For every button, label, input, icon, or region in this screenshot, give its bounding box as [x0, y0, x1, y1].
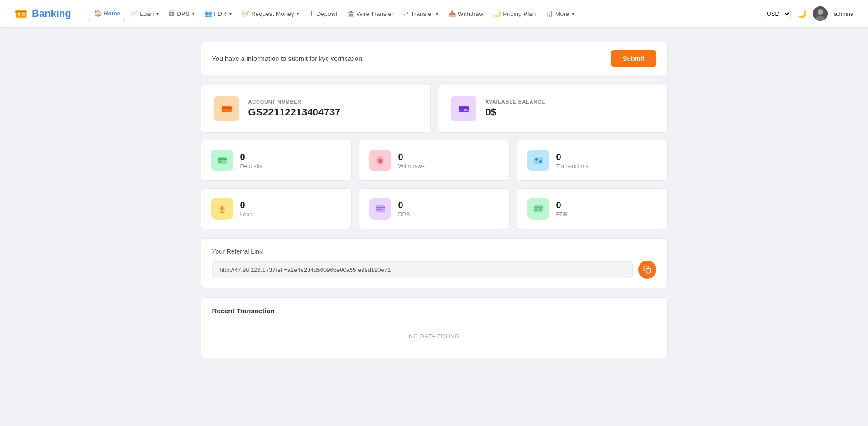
- svg-rect-12: [227, 110, 228, 110]
- svg-rect-25: [376, 205, 385, 212]
- dark-mode-icon[interactable]: 🌙: [797, 9, 807, 19]
- account-number-icon: [214, 96, 239, 121]
- stat-info-dps: 0 DPS: [398, 200, 410, 218]
- chevron-down-icon: ▾: [297, 11, 299, 16]
- balance-info: AVAILABLE BALANCE 0$: [486, 99, 546, 118]
- stat-card-withdraws: $ 0 Withdraws: [359, 140, 510, 181]
- dps-label: DPS: [398, 211, 410, 218]
- svg-rect-19: [218, 158, 227, 160]
- kyc-banner: You have a information to submit for kyc…: [201, 42, 668, 75]
- svg-rect-2: [18, 12, 20, 15]
- home-icon: 🏠: [94, 10, 102, 17]
- stat-card-dps: 0 DPS: [359, 188, 510, 229]
- account-number-info: ACCOUNT NUMBER GS22112213404737: [248, 99, 341, 118]
- brand-name: Banking: [32, 8, 71, 20]
- dps-icon: 🏛: [169, 10, 175, 17]
- withdraw-icon: 📤: [448, 10, 456, 17]
- svg-rect-13: [229, 110, 231, 110]
- nav-item-wire-transfer[interactable]: 🏦 Wire Transfer: [342, 7, 398, 20]
- stat-card-transactions: 0 Transactions: [517, 140, 668, 181]
- chevron-down-icon: ▾: [229, 11, 232, 16]
- copy-referral-button[interactable]: [638, 261, 656, 279]
- loan-stat-icon: $: [211, 198, 233, 220]
- recent-transactions-section: Recent Transaction NO DATA FOUND: [201, 297, 668, 358]
- nav-item-transfer[interactable]: ⇄ Transfer ▾: [399, 7, 443, 20]
- transactions-count: 0: [556, 152, 589, 162]
- svg-rect-15: [459, 107, 469, 109]
- balance-label: AVAILABLE BALANCE: [486, 99, 546, 105]
- dps-stat-icon: [369, 198, 391, 220]
- balance-icon: [451, 96, 476, 121]
- account-number-value: GS22112213404737: [248, 106, 341, 118]
- transfer-icon: ⇄: [403, 10, 409, 17]
- referral-link-row: [212, 261, 656, 279]
- no-data-message: NO DATA FOUND: [212, 324, 656, 349]
- request-money-icon: 📝: [242, 10, 249, 17]
- wire-transfer-icon: 🏦: [347, 10, 355, 17]
- svg-rect-3: [22, 12, 25, 14]
- referral-link-input[interactable]: [212, 261, 633, 278]
- svg-rect-33: [646, 269, 650, 273]
- main-content: You have a information to submit for kyc…: [193, 42, 675, 358]
- kyc-message: You have a information to submit for kyc…: [212, 55, 364, 62]
- fdr-count: 0: [556, 200, 568, 210]
- stat-card-deposits: 0 Deposits: [201, 140, 352, 181]
- fdr-label: FDR: [556, 211, 568, 218]
- svg-text:$: $: [378, 157, 382, 164]
- transactions-icon: [527, 150, 549, 171]
- stat-info-withdraws: 0 Withdraws: [398, 152, 425, 170]
- account-number-card: ACCOUNT NUMBER GS22112213404737: [201, 85, 431, 133]
- referral-section: Your Referral Link: [201, 238, 668, 288]
- loan-icon: 📄: [130, 10, 138, 17]
- account-number-label: ACCOUNT NUMBER: [248, 99, 341, 105]
- stat-info-transactions: 0 Transactions: [556, 152, 589, 170]
- recent-transactions-title: Recent Transaction: [212, 307, 656, 315]
- svg-rect-11: [223, 110, 225, 110]
- balance-card: AVAILABLE BALANCE 0$: [438, 85, 668, 133]
- fdr-icon: 👥: [204, 10, 212, 17]
- nav-links: 🏠 Home 📄 Loan ▾ 🏛 DPS ▾ 👥 FDR ▾ 📝 Reques…: [89, 7, 761, 20]
- deposits-icon: [211, 150, 233, 171]
- nav-item-loan[interactable]: 📄 Loan ▾: [126, 7, 163, 20]
- stat-card-loan: $ 0 Loan: [201, 188, 352, 229]
- chevron-down-icon: ▾: [192, 11, 194, 16]
- deposits-label: Deposits: [240, 163, 263, 170]
- nav-item-request-money[interactable]: 📝 Request Money ▾: [237, 7, 304, 20]
- withdraws-label: Withdraws: [398, 163, 425, 170]
- withdraws-count: 0: [398, 152, 425, 162]
- brand-logo[interactable]: Banking: [15, 7, 71, 20]
- nav-item-dps[interactable]: 🏛 DPS ▾: [164, 7, 199, 20]
- svg-rect-9: [222, 106, 232, 112]
- nav-item-fdr[interactable]: 👥 FDR ▾: [200, 7, 236, 20]
- svg-rect-4: [22, 15, 25, 16]
- withdraws-icon: $: [369, 150, 391, 171]
- kyc-submit-button[interactable]: Submit: [611, 50, 656, 67]
- deposit-icon: ⬇: [309, 10, 314, 17]
- svg-rect-10: [222, 107, 232, 109]
- nav-item-home[interactable]: 🏠 Home: [89, 7, 125, 20]
- loan-count: 0: [240, 200, 253, 210]
- svg-rect-26: [376, 207, 385, 208]
- nav-item-pricing-plan[interactable]: 🌙 Pricing Plan: [489, 7, 540, 20]
- svg-rect-20: [218, 161, 221, 162]
- svg-rect-32: [539, 209, 541, 210]
- svg-rect-31: [535, 209, 537, 210]
- more-icon: 📊: [546, 10, 553, 17]
- svg-rect-27: [377, 209, 379, 210]
- referral-title: Your Referral Link: [212, 248, 656, 255]
- nav-item-deposit[interactable]: ⬇ Deposit: [304, 7, 342, 20]
- currency-selector[interactable]: USD EUR GBP: [761, 8, 791, 20]
- svg-rect-23: [534, 157, 543, 164]
- stat-card-fdr: 0 FDR: [517, 188, 668, 229]
- deposits-count: 0: [240, 152, 263, 162]
- svg-point-7: [818, 9, 823, 15]
- svg-text:$: $: [221, 206, 223, 211]
- chevron-down-icon: ▾: [156, 11, 159, 16]
- svg-rect-30: [534, 207, 543, 208]
- nav-item-withdraw[interactable]: 📤 Withdraw: [444, 7, 488, 20]
- nav-item-more[interactable]: 📊 More ▾: [541, 7, 579, 20]
- chevron-down-icon: ▾: [572, 11, 574, 16]
- svg-point-17: [464, 109, 466, 111]
- svg-rect-28: [380, 209, 381, 210]
- loan-label: Loan: [240, 211, 253, 218]
